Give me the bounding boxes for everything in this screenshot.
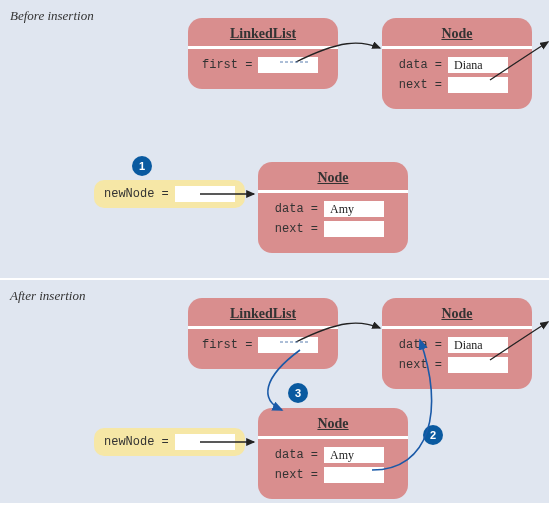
linkedlist-box-before: LinkedList first = xyxy=(188,18,338,89)
amy-data-value-before: Amy xyxy=(324,201,384,217)
step-1-badge: 1 xyxy=(132,156,152,176)
next-label: next = xyxy=(272,468,318,482)
node-title: Node xyxy=(396,306,518,322)
linkedlist-title: LinkedList xyxy=(202,26,324,42)
field-data: data = Amy xyxy=(272,201,394,217)
step-3-badge: 3 xyxy=(288,383,308,403)
diana-data-value: Diana xyxy=(448,57,508,73)
node-title: Node xyxy=(396,26,518,42)
field-next: next = xyxy=(272,221,394,237)
newnode-label: newNode = xyxy=(104,435,169,449)
before-label: Before insertion xyxy=(10,8,94,24)
field-first: first = xyxy=(202,57,324,73)
field-data: data = Diana xyxy=(396,337,518,353)
newnode-value-after xyxy=(175,434,235,450)
first-value-after xyxy=(258,337,318,353)
divider xyxy=(258,436,408,439)
diana-data-value: Diana xyxy=(448,337,508,353)
after-insertion-panel: After insertion LinkedList first = Node … xyxy=(0,280,549,505)
linkedlist-title: LinkedList xyxy=(202,306,324,322)
diana-node-before: Node data = Diana next = xyxy=(382,18,532,109)
amy-data-value-after: Amy xyxy=(324,447,384,463)
first-label: first = xyxy=(202,338,252,352)
newnode-label: newNode = xyxy=(104,187,169,201)
next-label: next = xyxy=(272,222,318,236)
first-value-before xyxy=(258,57,318,73)
data-label: data = xyxy=(272,448,318,462)
after-label: After insertion xyxy=(10,288,85,304)
divider xyxy=(258,190,408,193)
next-label: next = xyxy=(396,78,442,92)
data-label: data = xyxy=(396,338,442,352)
linkedlist-box-after: LinkedList first = xyxy=(188,298,338,369)
amy-next-value-after xyxy=(324,467,384,483)
field-next: next = xyxy=(272,467,394,483)
amy-node-after: Node data = Amy next = xyxy=(258,408,408,499)
step-2-badge: 2 xyxy=(423,425,443,445)
divider xyxy=(188,326,338,329)
field-next: next = xyxy=(396,357,518,373)
node-title: Node xyxy=(272,170,394,186)
data-label: data = xyxy=(396,58,442,72)
diana-next-value-after xyxy=(448,357,508,373)
next-label: next = xyxy=(396,358,442,372)
field-data: data = Diana xyxy=(396,57,518,73)
field-first: first = xyxy=(202,337,324,353)
amy-node-before: Node data = Amy next = xyxy=(258,162,408,253)
data-label: data = xyxy=(272,202,318,216)
divider xyxy=(382,326,532,329)
divider xyxy=(188,46,338,49)
diana-node-after: Node data = Diana next = xyxy=(382,298,532,389)
field-next: next = xyxy=(396,77,518,93)
newnode-var-after: newNode = xyxy=(94,428,245,456)
newnode-value-before xyxy=(175,186,235,202)
node-title: Node xyxy=(272,416,394,432)
divider xyxy=(382,46,532,49)
newnode-var-before: newNode = xyxy=(94,180,245,208)
amy-next-value-before xyxy=(324,221,384,237)
first-label: first = xyxy=(202,58,252,72)
before-insertion-panel: Before insertion LinkedList first = Node… xyxy=(0,0,549,280)
field-data: data = Amy xyxy=(272,447,394,463)
diana-next-value-before xyxy=(448,77,508,93)
